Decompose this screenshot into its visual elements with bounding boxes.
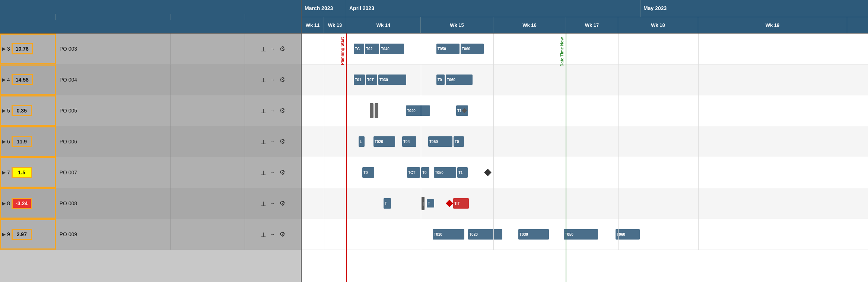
planning-start-label: Planning Start xyxy=(340,37,344,65)
gear-icon-5[interactable]: ⚙ xyxy=(279,107,285,115)
month-cell-1: April 2023 xyxy=(346,0,640,17)
week-grid-line xyxy=(493,188,494,219)
gantt-diamond xyxy=(484,169,492,176)
week-grid-line xyxy=(698,219,699,250)
gantt-bar: T xyxy=(384,198,391,209)
pin-icon-7: ⊣ xyxy=(260,170,267,175)
week-cell-5: Wk 17 xyxy=(566,17,618,34)
week-grid-line xyxy=(421,126,421,157)
cell-process-4: ⊣ → ⚙ xyxy=(245,64,301,95)
gear-icon-3[interactable]: ⚙ xyxy=(279,45,285,53)
gantt-row-5: T|TTIT xyxy=(302,188,868,219)
cell-resource-4 xyxy=(171,64,245,95)
arrow-icon-7: → xyxy=(270,169,275,175)
gantt-bar: T0 xyxy=(362,167,374,178)
expand-arrow-4[interactable]: ▶ xyxy=(2,77,6,82)
col-header-resource xyxy=(171,14,245,20)
gantt-row-4: T0TCTT0T050T1 xyxy=(302,157,868,188)
week-grid-line xyxy=(421,188,421,219)
task-id-6: 6 xyxy=(7,139,10,145)
gear-icon-6[interactable]: ⚙ xyxy=(279,137,285,146)
gantt-bar: T040 xyxy=(380,44,404,54)
week-grid-line xyxy=(618,34,619,64)
gantt-bar: TCT xyxy=(407,167,420,178)
datetime-now-line xyxy=(566,34,566,282)
gantt-bar: T030 xyxy=(518,229,549,240)
gantt-bar: T060 xyxy=(461,44,484,54)
week-grid-line xyxy=(421,95,421,126)
pin-icon-6: ⊣ xyxy=(260,139,267,144)
gantt-diamond xyxy=(446,200,453,207)
task-row: ▶ 9 2.97 PO 009 ⊣ → ⚙ xyxy=(0,219,301,250)
task-value-8: -3.24 xyxy=(12,198,32,209)
cell-resource-9 xyxy=(171,219,245,250)
gantt-bar: T060 xyxy=(616,229,640,240)
expand-arrow-6[interactable]: ▶ xyxy=(2,139,6,144)
task-value-4: 14.58 xyxy=(12,74,33,85)
week-grid-line xyxy=(618,188,619,219)
gantt-weeks: Wk 11Wk 13Wk 14Wk 15Wk 16Wk 17Wk 18Wk 19 xyxy=(302,17,868,34)
week-grid-line xyxy=(324,219,324,250)
gantt-bar: TC xyxy=(354,44,364,54)
pin-icon-4: ⊣ xyxy=(260,77,267,82)
week-grid-line xyxy=(698,157,699,188)
gantt-bar: T1 xyxy=(457,167,468,178)
col-header-process xyxy=(245,14,301,20)
table-body: ▶ 3 10.76 PO 003 ⊣ → ⚙ ▶ 4 14.58 PO 004 … xyxy=(0,34,301,282)
cell-name-4: PO 004 xyxy=(56,64,171,95)
arrow-icon-6: → xyxy=(270,139,275,145)
gear-icon-7[interactable]: ⚙ xyxy=(279,168,285,177)
gantt-bar: T010 xyxy=(433,229,464,240)
week-cell-0: Wk 11 xyxy=(302,17,324,34)
week-grid-line xyxy=(698,95,699,126)
week-grid-line xyxy=(493,126,494,157)
cell-resource-5 xyxy=(171,95,245,126)
datetime-now-label: Date Time Now xyxy=(560,37,564,67)
task-value-5: 0.35 xyxy=(12,105,32,116)
expand-arrow-3[interactable]: ▶ xyxy=(2,46,6,51)
expand-arrow-5[interactable]: ▶ xyxy=(2,108,6,113)
gantt-bar: T0 xyxy=(436,75,445,85)
cell-task-9: ▶ 9 2.97 xyxy=(0,219,56,250)
gear-icon-9[interactable]: ⚙ xyxy=(279,230,285,238)
task-id-3: 3 xyxy=(7,46,10,52)
gantt-bar: T0 xyxy=(454,136,464,147)
gear-icon-4[interactable]: ⚙ xyxy=(279,76,285,84)
task-id-4: 4 xyxy=(7,77,10,83)
main-container: ▶ 3 10.76 PO 003 ⊣ → ⚙ ▶ 4 14.58 PO 004 … xyxy=(0,0,868,282)
gantt-bar: T050 xyxy=(434,167,456,178)
task-row: ▶ 5 0.35 PO 005 ⊣ → ⚙ xyxy=(0,95,301,126)
week-grid-line xyxy=(698,34,699,64)
cell-name-9: PO 009 xyxy=(56,219,171,250)
gantt-bar: T02 xyxy=(365,44,379,54)
week-grid-line xyxy=(493,64,494,95)
gantt-bar: T04 xyxy=(402,136,416,147)
task-value-9: 2.97 xyxy=(12,229,32,240)
week-grid-line xyxy=(698,64,699,95)
cell-process-7: ⊣ → ⚙ xyxy=(245,157,301,188)
gantt-bar: T xyxy=(427,199,434,207)
expand-arrow-7[interactable]: ▶ xyxy=(2,170,6,175)
task-value-6: 11.9 xyxy=(12,136,32,147)
cell-task-6: ▶ 6 11.9 xyxy=(0,126,56,157)
gantt-row-3: LT020T04T050T0 xyxy=(302,126,868,157)
cell-task-3: ▶ 3 10.76 xyxy=(0,34,56,64)
gantt-row-2: T040T1 xyxy=(302,95,868,126)
week-grid-line xyxy=(698,188,699,219)
gantt-bar xyxy=(375,103,378,118)
gantt-bar: T050 xyxy=(436,44,460,54)
task-row: ▶ 4 14.58 PO 004 ⊣ → ⚙ xyxy=(0,64,301,95)
gear-icon-8[interactable]: ⚙ xyxy=(279,199,285,207)
gantt-bar: T040 xyxy=(406,105,430,116)
expand-arrow-8[interactable]: ▶ xyxy=(2,201,6,206)
gantt-body: Planning Start Date Time Now TCT02T040T0… xyxy=(302,34,868,282)
task-value-7: 1.5 xyxy=(12,167,32,178)
expand-arrow-9[interactable]: ▶ xyxy=(2,232,6,237)
cell-name-3: PO 003 xyxy=(56,34,171,64)
task-row: ▶ 8 -3.24 PO 008 ⊣ → ⚙ xyxy=(0,188,301,219)
table-header xyxy=(0,0,301,34)
cell-resource-8 xyxy=(171,188,245,219)
week-cell-7: Wk 19 xyxy=(698,17,847,34)
cell-process-3: ⊣ → ⚙ xyxy=(245,34,301,64)
week-cell-4: Wk 16 xyxy=(493,17,566,34)
